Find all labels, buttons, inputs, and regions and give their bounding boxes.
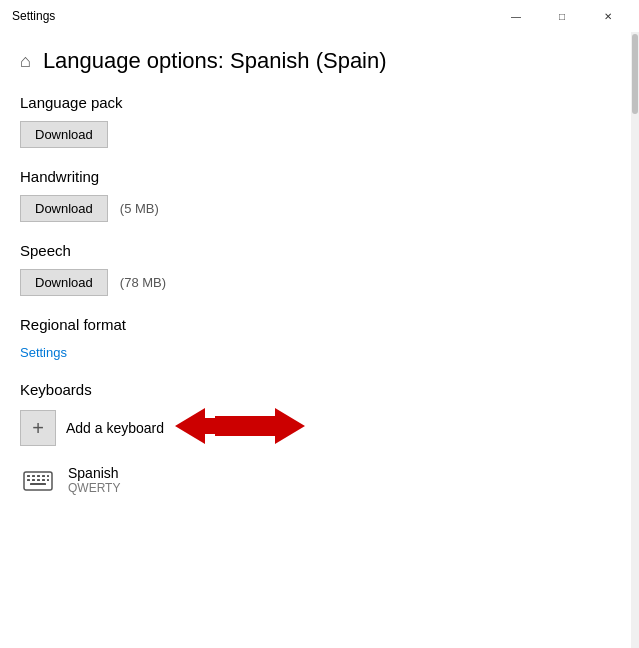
svg-marker-1 bbox=[175, 408, 215, 444]
keyboard-info: Spanish QWERTY bbox=[68, 465, 120, 495]
window-title: Settings bbox=[12, 9, 55, 23]
speech-download-row: Download (78 MB) bbox=[20, 269, 611, 296]
svg-rect-12 bbox=[47, 479, 49, 481]
window-controls: — □ ✕ bbox=[493, 0, 631, 32]
handwriting-size: (5 MB) bbox=[120, 201, 159, 216]
title-bar-left: Settings bbox=[12, 9, 55, 23]
page-header: ⌂ Language options: Spanish (Spain) bbox=[20, 32, 611, 94]
scrollbar[interactable] bbox=[631, 32, 639, 648]
svg-rect-10 bbox=[37, 479, 40, 481]
svg-rect-7 bbox=[47, 475, 49, 477]
handwriting-download-row: Download (5 MB) bbox=[20, 195, 611, 222]
regional-format-title: Regional format bbox=[20, 316, 611, 333]
settings-window: Settings — □ ✕ ⌂ Language options: Spani… bbox=[0, 0, 639, 648]
svg-rect-3 bbox=[27, 475, 30, 477]
content-area: ⌂ Language options: Spanish (Spain) Lang… bbox=[0, 32, 639, 648]
keyboard-icon bbox=[20, 462, 56, 498]
handwriting-title: Handwriting bbox=[20, 168, 611, 185]
maximize-button[interactable]: □ bbox=[539, 0, 585, 32]
keyboards-section: Keyboards + Add a keyboard bbox=[20, 381, 611, 502]
main-content: ⌂ Language options: Spanish (Spain) Lang… bbox=[0, 32, 631, 648]
svg-rect-11 bbox=[42, 479, 45, 481]
svg-rect-9 bbox=[32, 479, 35, 481]
language-pack-download-row: Download bbox=[20, 121, 611, 148]
speech-section: Speech Download (78 MB) bbox=[20, 242, 611, 296]
red-arrow-icon bbox=[175, 408, 305, 444]
svg-rect-4 bbox=[32, 475, 35, 477]
keyboard-item-spanish: Spanish QWERTY bbox=[20, 458, 611, 502]
keyboards-title: Keyboards bbox=[20, 381, 611, 398]
add-keyboard-row: + Add a keyboard bbox=[20, 410, 611, 446]
speech-download-button[interactable]: Download bbox=[20, 269, 108, 296]
speech-title: Speech bbox=[20, 242, 611, 259]
svg-rect-5 bbox=[37, 475, 40, 477]
language-pack-download-button[interactable]: Download bbox=[20, 121, 108, 148]
handwriting-section: Handwriting Download (5 MB) bbox=[20, 168, 611, 222]
scrollbar-thumb[interactable] bbox=[632, 34, 638, 114]
speech-size: (78 MB) bbox=[120, 275, 166, 290]
add-keyboard-button[interactable]: + bbox=[20, 410, 56, 446]
home-icon[interactable]: ⌂ bbox=[20, 51, 31, 72]
keyboard-device-icon bbox=[22, 464, 54, 496]
minimize-button[interactable]: — bbox=[493, 0, 539, 32]
svg-rect-13 bbox=[30, 483, 46, 485]
svg-marker-0 bbox=[215, 408, 305, 444]
arrow-indicator bbox=[175, 408, 305, 448]
regional-format-section: Regional format Settings bbox=[20, 316, 611, 361]
title-bar: Settings — □ ✕ bbox=[0, 0, 639, 32]
regional-format-settings-link[interactable]: Settings bbox=[20, 345, 67, 360]
svg-rect-6 bbox=[42, 475, 45, 477]
keyboard-type: QWERTY bbox=[68, 481, 120, 495]
keyboard-name: Spanish bbox=[68, 465, 120, 481]
language-pack-title: Language pack bbox=[20, 94, 611, 111]
svg-rect-8 bbox=[27, 479, 30, 481]
close-button[interactable]: ✕ bbox=[585, 0, 631, 32]
language-pack-section: Language pack Download bbox=[20, 94, 611, 148]
page-title: Language options: Spanish (Spain) bbox=[43, 48, 387, 74]
handwriting-download-button[interactable]: Download bbox=[20, 195, 108, 222]
add-keyboard-label: Add a keyboard bbox=[66, 420, 164, 436]
